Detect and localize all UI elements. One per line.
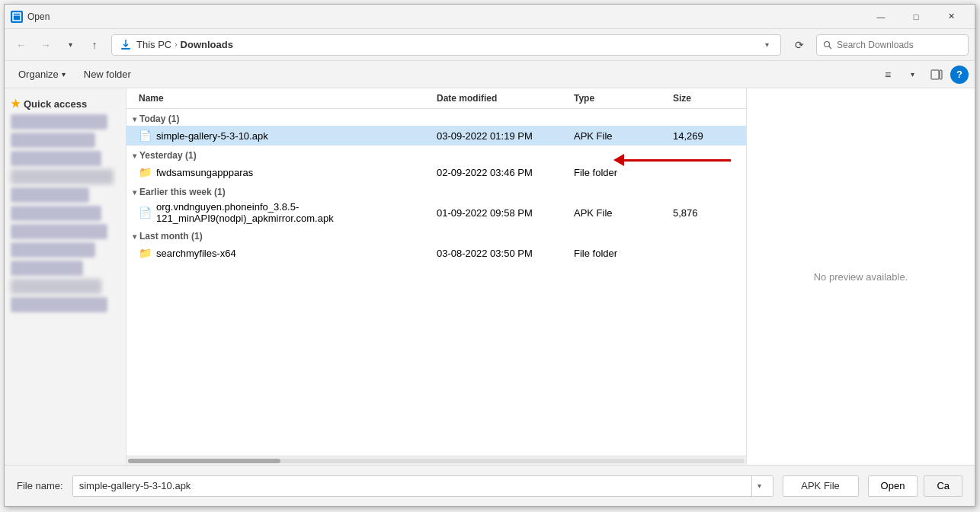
file-area: Name Date modified Type Size ▾ Today (1)… <box>127 88 746 465</box>
filetype-box: APK File <box>783 475 859 497</box>
file-name-cell-3: 📄 org.vndnguyen.phoneinfo_3.8.5-121_minA… <box>139 201 437 224</box>
forward-button[interactable]: → <box>35 34 56 56</box>
cancel-button[interactable]: Ca <box>924 475 962 497</box>
group-today[interactable]: ▾ Today (1) <box>127 109 746 126</box>
group-earlier-label: Earlier this week (1) <box>139 187 226 197</box>
up-button[interactable]: ↑ <box>84 34 105 56</box>
svg-line-3 <box>829 46 832 49</box>
horizontal-scrollbar[interactable] <box>127 456 746 465</box>
address-dropdown-button[interactable]: ▾ <box>759 34 774 56</box>
apk-file-icon-2: 📄 <box>139 206 152 219</box>
content-area: ★ Quick access Name Date modified Type S… <box>5 88 975 465</box>
scrollbar-thumb[interactable] <box>128 459 280 463</box>
sidebar-item-9[interactable] <box>11 261 83 276</box>
refresh-button[interactable]: ⟳ <box>789 34 810 56</box>
address-this-pc[interactable]: This PC <box>136 39 171 50</box>
help-icon: ? <box>956 69 962 80</box>
search-input[interactable] <box>837 40 962 50</box>
maximize-button[interactable]: □ <box>898 5 934 29</box>
scrollbar-track <box>128 459 745 463</box>
col-type[interactable]: Type <box>574 91 673 105</box>
window-icon <box>11 11 23 23</box>
apk-file-icon: 📄 <box>139 130 152 142</box>
group-yesterday[interactable]: ▾ Yesterday (1) <box>127 146 746 162</box>
file-type: APK File <box>574 130 673 142</box>
file-name-4: searchmyfiles-x64 <box>156 248 236 259</box>
sidebar-item-5[interactable] <box>11 187 89 203</box>
new-folder-button[interactable]: New folder <box>76 65 139 85</box>
sidebar-item-2[interactable] <box>11 133 95 148</box>
group-yesterday-chevron: ▾ <box>133 152 136 160</box>
filename-input-container[interactable]: simple-gallery-5-3-10.apk ▾ <box>72 475 773 497</box>
sidebar-item-8[interactable] <box>11 242 95 258</box>
svg-rect-4 <box>931 70 939 79</box>
recent-locations-button[interactable]: ▾ <box>59 34 81 56</box>
sidebar-item-1[interactable] <box>11 114 107 130</box>
no-preview-text: No preview available. <box>814 271 908 283</box>
file-name: simple-gallery-5-3-10.apk <box>156 130 268 142</box>
search-bar[interactable] <box>816 34 969 56</box>
navigation-toolbar: ← → ▾ ↑ This PC › Downloads ▾ ⟳ <box>5 29 975 61</box>
address-chevron-1: › <box>175 40 177 49</box>
view-dropdown-button[interactable]: ▾ <box>902 64 923 85</box>
file-name-cell: 📄 simple-gallery-5-3-10.apk <box>139 130 437 142</box>
file-date-3: 01-09-2022 09:58 PM <box>437 207 574 219</box>
downloads-icon <box>118 37 133 53</box>
address-bar[interactable]: This PC › Downloads ▾ <box>111 34 781 56</box>
file-date-4: 03-08-2022 03:50 PM <box>437 248 574 259</box>
commandbar: Organize ▾ New folder ≡ ▾ ? <box>5 61 975 88</box>
close-button[interactable]: ✕ <box>934 5 969 29</box>
file-date-2: 02-09-2022 03:46 PM <box>437 167 574 178</box>
file-row-searchmyfiles[interactable]: 📁 searchmyfiles-x64 03-08-2022 03:50 PM … <box>127 243 746 263</box>
titlebar: Open — □ ✕ <box>5 5 975 29</box>
svg-rect-1 <box>121 48 130 50</box>
sidebar-item-11[interactable] <box>11 297 107 312</box>
sidebar-item-7[interactable] <box>11 224 107 239</box>
file-list: ▾ Today (1) 📄 simple-gallery-5-3-10.apk … <box>127 109 746 456</box>
organize-button[interactable]: Organize ▾ <box>11 65 73 85</box>
bottom-bar: File name: simple-gallery-5-3-10.apk ▾ A… <box>5 465 975 506</box>
filename-dropdown-button[interactable]: ▾ <box>751 475 767 497</box>
svg-rect-5 <box>940 70 942 79</box>
filename-input-text: simple-gallery-5-3-10.apk <box>79 480 751 491</box>
address-downloads[interactable]: Downloads <box>181 39 233 50</box>
file-type-2: File folder <box>574 167 673 178</box>
sidebar-item-6[interactable] <box>11 206 101 221</box>
view-list-button[interactable]: ≡ <box>877 64 898 85</box>
quick-access-header: ★ Quick access <box>5 94 126 113</box>
sidebar-item-4[interactable] <box>11 169 114 184</box>
group-last-month[interactable]: ▾ Last month (1) <box>127 226 746 243</box>
file-name-cell-2: 📁 fwdsamsungappparas <box>139 166 437 178</box>
file-row-fwdsamsung[interactable]: 📁 fwdsamsungappparas 02-09-2022 03:46 PM… <box>127 162 746 182</box>
commandbar-right: ≡ ▾ ? <box>877 64 969 85</box>
col-name[interactable]: Name <box>139 91 437 105</box>
file-row-apk-gallery[interactable]: 📄 simple-gallery-5-3-10.apk 03-09-2022 0… <box>127 126 746 146</box>
preview-pane: No preview available. <box>746 88 975 465</box>
col-date[interactable]: Date modified <box>437 91 574 105</box>
file-size: 14,269 <box>673 130 734 142</box>
group-last-month-chevron: ▾ <box>133 232 136 241</box>
file-name-cell-4: 📁 searchmyfiles-x64 <box>139 247 437 259</box>
svg-rect-0 <box>13 13 21 21</box>
group-today-chevron: ▾ <box>133 115 136 123</box>
organize-label: Organize <box>18 69 59 80</box>
window-title: Open <box>27 11 863 22</box>
open-button[interactable]: Open <box>868 475 918 497</box>
help-button[interactable]: ? <box>950 66 969 84</box>
sidebar-item-10[interactable] <box>11 279 101 294</box>
group-last-month-label: Last month (1) <box>139 231 203 242</box>
file-name-3: org.vndnguyen.phoneinfo_3.8.5-121_minAPI… <box>156 201 437 224</box>
view-preview-button[interactable] <box>926 64 947 85</box>
file-name-2: fwdsamsungappparas <box>156 167 253 178</box>
open-dialog: Open — □ ✕ ← → ▾ ↑ This PC › Downloads ▾ <box>4 4 975 507</box>
col-size[interactable]: Size <box>673 91 734 105</box>
back-button[interactable]: ← <box>11 34 32 56</box>
file-size-3: 5,876 <box>673 207 734 219</box>
column-headers: Name Date modified Type Size <box>127 88 746 109</box>
file-row-phoneinfo[interactable]: 📄 org.vndnguyen.phoneinfo_3.8.5-121_minA… <box>127 199 746 226</box>
folder-icon-2: 📁 <box>139 247 152 259</box>
group-yesterday-label: Yesterday (1) <box>139 150 197 161</box>
minimize-button[interactable]: — <box>863 5 898 29</box>
group-earlier-week[interactable]: ▾ Earlier this week (1) <box>127 182 746 199</box>
sidebar-item-3[interactable] <box>11 151 101 166</box>
